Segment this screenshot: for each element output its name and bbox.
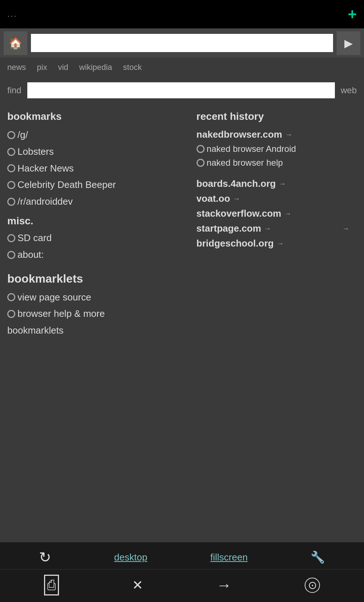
home-button[interactable]: 🏠 <box>4 31 27 55</box>
nav-tab-wikipedia[interactable]: wikipedia <box>79 63 112 72</box>
web-label: web <box>341 85 357 95</box>
history-item-naked-android[interactable]: naked browser Android <box>197 144 364 154</box>
bookmark-item-androiddev[interactable]: /r/androiddev <box>7 196 189 208</box>
bookmark-item-about[interactable]: about: <box>7 249 189 261</box>
history-label-voat: voat.oo <box>197 193 230 204</box>
dots-label: ... <box>7 9 17 19</box>
history-item-bridgeschool[interactable]: bridgeschool.org → <box>197 238 364 249</box>
find-label: find <box>7 85 21 95</box>
bookmark-item-sdcard[interactable]: SD card <box>7 232 189 244</box>
left-column: bookmarks /g/ Lobsters Hacker News Celeb… <box>7 111 193 341</box>
nav-tab-stock[interactable]: stock <box>123 63 142 72</box>
main-content: bookmarks /g/ Lobsters Hacker News Celeb… <box>0 103 364 349</box>
refresh-button[interactable]: ↻ <box>39 549 51 566</box>
history-label-naked-android: naked browser Android <box>207 144 296 154</box>
arrow-icon: → <box>233 194 240 203</box>
nav-tab-news[interactable]: news <box>7 63 26 72</box>
arrow-icon: → <box>277 239 284 248</box>
history-item-startpage[interactable]: startpage.com → → <box>197 223 364 234</box>
bookmark-icon <box>197 159 205 167</box>
browser-chrome: 🏠 ▶ <box>0 28 364 58</box>
add-tab-button[interactable]: + <box>348 7 357 22</box>
desktop-button[interactable]: desktop <box>114 552 147 563</box>
search-input[interactable] <box>27 82 335 98</box>
address-bar[interactable] <box>31 34 333 52</box>
history-item-voat[interactable]: voat.oo → <box>197 193 364 204</box>
bookmark-item-lobsters[interactable]: Lobsters <box>7 146 189 158</box>
misc-header: misc. <box>7 215 189 227</box>
bookmark-item-g[interactable]: /g/ <box>7 129 189 141</box>
history-label-bridgeschool: bridgeschool.org <box>197 238 274 249</box>
search-bar: find web <box>0 77 364 103</box>
bookmarklet-viewsource[interactable]: view page source <box>7 291 189 304</box>
bookmark-icon <box>7 148 15 156</box>
bookmarklet-browserhelp[interactable]: browser help & more <box>7 308 189 320</box>
bookmark-label-g: /g/ <box>17 129 28 141</box>
bookmark-icon <box>7 293 15 301</box>
history-label-stackoverflow: stackoverflow.com <box>197 208 281 219</box>
bookmark-item-hackernews[interactable]: Hacker News <box>7 162 189 175</box>
bookmark-icon <box>7 251 15 259</box>
history-header: recent history <box>197 111 364 122</box>
history-item-nakedbrowser[interactable]: nakedbrowser.com → <box>197 129 364 140</box>
history-label-nakedbrowser: nakedbrowser.com <box>197 129 282 140</box>
bookmark-label-sdcard: SD card <box>17 232 52 244</box>
bookmark-icon <box>7 310 15 318</box>
bookmarklet-label-browserhelp: browser help & more <box>17 308 105 320</box>
bookmarklet-label-bookmarklets: bookmarklets <box>7 324 64 337</box>
bottom-toolbar: ↻ desktop fillscreen 🔧 ⎙ ✕ → ⊙ <box>0 542 364 602</box>
bookmarks-header: bookmarks <box>7 111 189 122</box>
share-button[interactable]: ⎙ <box>44 575 59 595</box>
bookmark-icon <box>7 181 15 189</box>
bookmarklet-bookmarklets[interactable]: bookmarklets <box>7 324 189 337</box>
arrow-icon: → <box>284 209 292 218</box>
top-bar: ... + <box>0 0 364 28</box>
bookmark-label-about: about: <box>17 249 44 261</box>
nav-tab-vid[interactable]: vid <box>58 63 68 72</box>
bookmark-icon <box>7 234 15 242</box>
history-gap <box>197 172 364 178</box>
bookmark-label-hackernews: Hacker News <box>17 162 74 175</box>
forward-button[interactable]: → <box>216 577 232 594</box>
arrow-icon: → <box>264 224 271 233</box>
menu-button[interactable]: ⊙ <box>305 578 320 593</box>
nav-tabs: news pix vid wikipedia stock <box>0 58 364 77</box>
extra-arrow-icon: → <box>342 224 349 233</box>
arrow-icon: → <box>279 180 286 188</box>
history-label-naked-help: naked browser help <box>207 158 283 168</box>
history-item-4anch[interactable]: boards.4anch.org → <box>197 178 364 189</box>
bookmarklets-header: bookmarklets <box>7 272 189 286</box>
right-column: recent history nakedbrowser.com → naked … <box>193 111 364 341</box>
bookmark-icon <box>197 145 205 153</box>
arrow-icon: → <box>285 130 292 139</box>
go-button[interactable]: ▶ <box>337 31 360 55</box>
bookmark-icon <box>7 164 15 172</box>
bookmark-item-celebrity[interactable]: Celebrity Death Beeper <box>7 179 189 191</box>
close-button[interactable]: ✕ <box>132 578 143 593</box>
toolbar-row2: ⎙ ✕ → ⊙ <box>0 570 364 602</box>
bookmark-label-lobsters: Lobsters <box>17 146 54 158</box>
wrench-button[interactable]: 🔧 <box>310 550 325 564</box>
history-item-naked-help[interactable]: naked browser help <box>197 158 364 168</box>
toolbar-row1: ↻ desktop fillscreen 🔧 <box>0 542 364 570</box>
bookmark-label-celebrity: Celebrity Death Beeper <box>17 179 116 191</box>
nav-tab-pix[interactable]: pix <box>37 63 47 72</box>
bookmark-icon <box>7 131 15 139</box>
fillscreen-button[interactable]: fillscreen <box>210 552 248 563</box>
history-item-stackoverflow[interactable]: stackoverflow.com → <box>197 208 364 219</box>
history-label-startpage: startpage.com <box>197 223 261 234</box>
bookmark-icon <box>7 198 15 206</box>
bookmarklet-label-viewsource: view page source <box>17 291 91 304</box>
history-label-4anch: boards.4anch.org <box>197 178 276 189</box>
bookmark-label-androiddev: /r/androiddev <box>17 196 73 208</box>
